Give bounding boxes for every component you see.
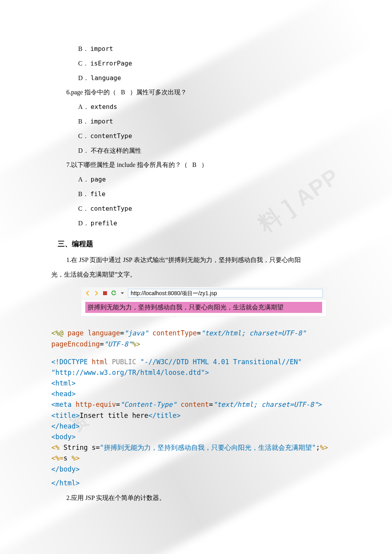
code-block: <%@ page language="java" contentType="te… [51, 328, 341, 349]
q7-post: ） [201, 161, 208, 168]
opt-prefix: D． [78, 75, 89, 81]
opt-prefix: A． [78, 176, 89, 183]
forward-icon[interactable] [93, 290, 99, 296]
opt-prefix: B． [78, 45, 89, 52]
opt-prefix: A． [78, 103, 89, 110]
code-line: pageEncoding="UTF-8"%> [51, 339, 341, 350]
code-line: </html> [51, 478, 341, 488]
q7-pre: 7.以下哪些属性是 include 指令所具有的？（ [66, 161, 188, 168]
browser-screenshot: http://localhost:8080/项目一/zy1.jsp 拼搏到无能为… [81, 287, 326, 316]
dropdown-icon[interactable] [119, 290, 126, 296]
opt-prefix: C． [78, 60, 89, 67]
code-block-2: <!DOCTYPE html PUBLIC "-//W3C//DTD HTML … [51, 357, 341, 475]
browser-page: 拼搏到无能为力，坚持到感动自我，只要心向阳光，生活就会充满期望 [81, 299, 326, 316]
opt-text: isErrorPage [90, 60, 132, 67]
prog1-line1: 1.在 JSP 页面中通过 JSP 表达式输出“拼搏到无能为力，坚持到感动自我，… [66, 255, 341, 266]
back-icon[interactable] [84, 290, 91, 296]
q7-ans: B [192, 161, 197, 168]
code-line: </head> [51, 421, 341, 432]
opt-c: C． isErrorPage [78, 58, 341, 69]
code-line: <meta http-equiv="Content-Type" content=… [51, 399, 341, 410]
opt-text: import [90, 118, 113, 125]
opt-prefix: C． [78, 205, 89, 212]
opt-text: contentType [90, 132, 132, 140]
svg-rect-0 [103, 291, 107, 295]
selected-text: 拼搏到无能为力，坚持到感动自我，只要心向阳光，生活就会充满期望 [85, 302, 322, 313]
code-line: "http://www.w3.org/TR/html4/loose.dtd"> [51, 367, 341, 378]
q6-pre: 6.page 指令中的（ [66, 89, 116, 95]
opt-text: file [90, 190, 106, 198]
opt-prefix: D． [78, 147, 89, 154]
code-line: <head> [51, 389, 341, 399]
url-input[interactable]: http://localhost:8080/项目一/zy1.jsp [128, 289, 323, 298]
question-6: 6.page 指令中的（ B ）属性可多次出现？ [66, 87, 341, 98]
q6-ans: B [121, 89, 125, 95]
q7-opt-b: B． file [78, 189, 341, 200]
code-line: <%=s %> [51, 453, 341, 464]
opt-prefix: B． [78, 191, 89, 197]
code-line: <title>Insert title here</title> [51, 410, 341, 421]
code-line: <%@ page language="java" contentType="te… [51, 328, 341, 339]
code-line: <html> [51, 378, 341, 389]
opt-b: B． import [78, 43, 341, 55]
prog2: 2.应用 JSP 实现在个简单的计数器。 [66, 492, 341, 504]
section-3-title: 三、编程题 [58, 238, 341, 250]
code-line: </body> [51, 464, 341, 475]
q6-post: ）属性可多次出现？ [130, 89, 187, 95]
opt-text: extends [91, 103, 117, 110]
opt-text: prefile [91, 219, 117, 227]
url-text: http://localhost:8080/项目一/zy1.jsp [131, 290, 217, 296]
opt-text: import [90, 45, 113, 52]
browser-urlbar: http://localhost:8080/项目一/zy1.jsp [81, 287, 326, 299]
code-line: <% String s="拼搏到无能为力，坚持到感动自我，只要心向阳光，生活就会… [51, 442, 341, 453]
refresh-icon[interactable] [111, 290, 117, 296]
code-line: <body> [51, 432, 341, 442]
opt-text: 不存在这样的属性 [91, 147, 141, 154]
code-block-3: </html> [51, 478, 341, 488]
q7-opt-c: C． contentType [78, 203, 341, 215]
q7-opt-a: A． page [78, 174, 341, 185]
opt-text: contentType [90, 205, 132, 212]
q6-opt-b: B． import [78, 116, 341, 127]
question-7: 7.以下哪些属性是 include 指令所具有的？（ B ） [66, 159, 341, 171]
opt-prefix: D． [78, 220, 89, 226]
opt-text: language [91, 74, 121, 82]
code-line: <!DOCTYPE html PUBLIC "-//W3C//DTD HTML … [51, 357, 341, 367]
document-content: B． import C． isErrorPage D． language 6.p… [0, 0, 392, 539]
opt-d: D． language [78, 73, 341, 84]
q7-opt-d: D． prefile [78, 218, 341, 229]
opt-prefix: C． [78, 133, 89, 139]
stop-icon[interactable] [102, 290, 108, 296]
q6-opt-a: A． extends [78, 101, 341, 113]
prog1-line2: 光，生活就会充满期望”文字。 [51, 269, 341, 281]
opt-prefix: B． [78, 118, 89, 125]
opt-text: page [91, 176, 106, 183]
q6-opt-c: C． contentType [78, 131, 341, 142]
q6-opt-d: D． 不存在这样的属性 [78, 145, 341, 157]
